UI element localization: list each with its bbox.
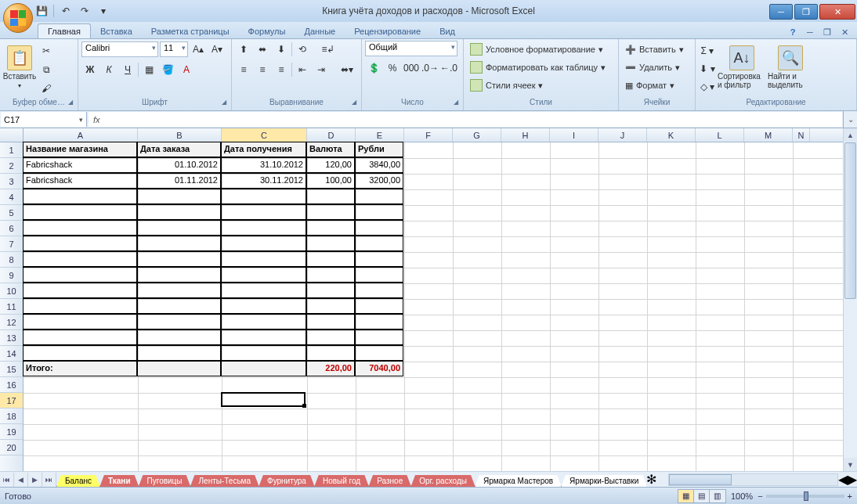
comma-icon[interactable]: 000 [403,59,420,77]
find-select-button[interactable]: 🔍Найти и выделить [768,41,813,94]
cell-E5[interactable] [355,204,403,220]
border-icon[interactable]: ▦ [140,61,157,78]
col-header-K[interactable]: K [647,128,696,142]
cell-D12[interactable] [306,314,355,329]
sheet-tab-Баланс[interactable]: Баланс [56,475,100,488]
cell-C9[interactable] [221,267,306,283]
format-cells-button[interactable]: ▦Формат ▾ [622,77,687,94]
page-layout-view-icon[interactable]: ▤ [694,490,710,502]
clipboard-dialog-icon[interactable]: ◢ [68,99,73,106]
cell-E14[interactable] [355,345,403,361]
cell-D15[interactable]: 220,00 [306,361,355,376]
prev-sheet-icon[interactable]: ◀ [14,473,28,487]
row-header-14[interactable]: 14 [0,346,23,362]
scroll-down-icon[interactable]: ▼ [844,458,857,471]
cell-C12[interactable] [221,314,306,329]
merge-center-icon[interactable]: ⬌▾ [331,61,363,78]
row-header-8[interactable]: 8 [0,252,23,268]
new-sheet-icon[interactable]: ✻ [646,472,664,487]
align-bottom-icon[interactable]: ⬇ [273,41,290,58]
increase-font-icon[interactable]: A▴ [190,41,207,58]
cell-B14[interactable] [137,345,221,361]
cell-B13[interactable] [137,329,221,345]
row-header-20[interactable]: 20 [0,440,23,455]
cell-E1[interactable]: Рубли [355,142,403,157]
scroll-right-icon[interactable]: ▶ [848,472,857,487]
cell-E10[interactable] [355,283,403,298]
col-header-I[interactable]: I [550,128,598,142]
redo-icon[interactable]: ↷ [76,2,93,20]
cut-icon[interactable]: ✂ [38,42,55,59]
cell-A6[interactable] [23,220,137,236]
cell-D2[interactable]: 120,00 [306,157,355,173]
cell-C14[interactable] [221,345,306,361]
expand-formula-bar-icon[interactable]: ⌄ [843,111,857,128]
tab-insert[interactable]: Вставка [91,24,142,38]
sort-filter-button[interactable]: A↓Сортировка и фильтр [718,41,766,94]
sheet-tab-Орг. расходы[interactable]: Орг. расходы [410,475,476,488]
row-header-1[interactable]: 1 [0,142,23,158]
row-header-11[interactable]: 11 [0,299,23,315]
scroll-up-icon[interactable]: ▲ [844,128,857,142]
cell-B1[interactable]: Дата заказа [137,142,221,157]
font-color-icon[interactable]: A [178,61,195,78]
sheet-tab-Ленты-Тесьма[interactable]: Ленты-Тесьма [190,475,260,488]
close-button[interactable]: ✕ [819,4,855,20]
underline-button[interactable]: Ч [119,61,136,78]
cell-A13[interactable] [23,329,137,345]
increase-indent-icon[interactable]: ⇥ [313,61,330,78]
row-header-7[interactable]: 7 [0,236,23,252]
hscroll-thumb[interactable] [669,474,732,485]
col-header-D[interactable]: D [307,128,356,142]
sheet-tab-Фурнитура[interactable]: Фурнитура [259,475,315,488]
sheet-tab-Ткани[interactable]: Ткани [99,475,139,488]
row-header-19[interactable]: 19 [0,424,23,440]
col-header-G[interactable]: G [453,128,501,142]
cell-E3[interactable]: 3200,00 [355,173,403,189]
row-header-16[interactable]: 16 [0,377,23,393]
decrease-font-icon[interactable]: A▾ [208,41,226,58]
cell-E4[interactable] [355,189,403,204]
cell-C10[interactable] [221,283,306,298]
select-all-button[interactable] [0,128,24,142]
cell-C5[interactable] [221,204,306,220]
sheet-tab-Новый год[interactable]: Новый год [314,475,369,488]
cell-D8[interactable] [306,251,355,267]
font-size-combo[interactable]: 11 [160,41,188,57]
bold-button[interactable]: Ж [81,61,99,78]
alignment-dialog-icon[interactable]: ◢ [352,99,356,106]
cell-A1[interactable]: Название магазина [23,142,137,157]
increase-decimal-icon[interactable]: .0→ [421,59,439,77]
col-header-A[interactable]: A [24,128,138,142]
formula-input[interactable] [105,113,837,125]
cell-C15[interactable] [221,361,306,376]
cell-A8[interactable] [23,251,137,267]
save-icon[interactable]: 💾 [33,2,50,20]
cell-B7[interactable] [137,236,221,251]
row-header-2[interactable]: 2 [0,158,23,174]
row-header-10[interactable]: 10 [0,283,23,299]
cell-B2[interactable]: 01.10.2012 [137,157,221,173]
scroll-left-icon[interactable]: ◀ [838,472,848,487]
normal-view-icon[interactable]: ▦ [678,490,694,502]
cell-styles-button[interactable]: Стили ячеек ▾ [467,77,609,94]
row-header-17[interactable]: 17 [0,393,23,409]
percent-icon[interactable]: % [384,59,401,77]
zoom-value[interactable]: 100% [731,491,753,501]
cell-A12[interactable] [23,314,137,329]
tab-home[interactable]: Главная [38,23,91,38]
cell-B5[interactable] [137,204,221,220]
tab-view[interactable]: Вид [430,24,465,38]
row-header-4[interactable]: 4 [0,189,23,205]
cell-C13[interactable] [221,329,306,345]
currency-icon[interactable]: 💲 [365,59,382,77]
clear-icon[interactable]: ◇ ▾ [699,78,716,95]
cell-E8[interactable] [355,251,403,267]
format-painter-icon[interactable]: 🖌 [38,80,55,97]
cell-B9[interactable] [137,267,221,283]
sheet-tab-Ярмарки-Выставки[interactable]: Ярмарки-Выставки [561,475,646,488]
wrap-text-icon[interactable]: ≡↲ [313,41,344,58]
row-header-15[interactable]: 15 [0,362,23,377]
cell-A14[interactable] [23,345,137,361]
cell-B4[interactable] [137,189,221,204]
